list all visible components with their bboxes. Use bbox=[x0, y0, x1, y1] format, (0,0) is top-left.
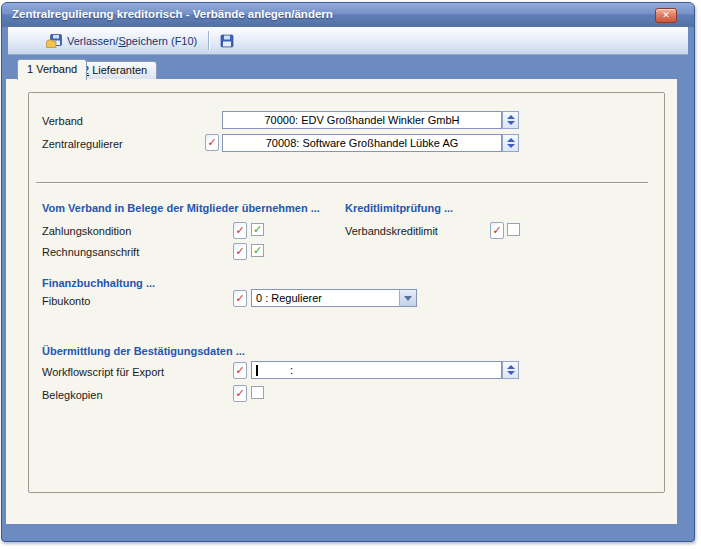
toolbar: Verlassen/Speichern (F10) bbox=[8, 27, 688, 55]
dialog-window: Zentralregulierung kreditorisch - Verbän… bbox=[1, 2, 695, 542]
verbandskreditlimit-checkbox[interactable] bbox=[507, 223, 520, 236]
tab-lieferanten-label: Lieferanten bbox=[89, 64, 147, 76]
spinner-up-icon bbox=[507, 115, 515, 119]
fibukonto-dropdown[interactable]: 0 : Regulierer bbox=[251, 289, 417, 307]
zentralregulierer-combo[interactable]: 70008: Software Großhandel Lübke AG bbox=[222, 134, 502, 152]
workflowscript-label: Workflowscript für Export bbox=[42, 366, 164, 378]
verbandskreditlimit-label: Verbandskreditlimit bbox=[345, 225, 438, 237]
exit-save-button[interactable]: Verlassen/Speichern (F10) bbox=[42, 31, 204, 51]
spinner-up-icon bbox=[507, 138, 515, 142]
close-button[interactable]: ✕ bbox=[655, 8, 677, 23]
window-title: Zentralregulierung kreditorisch - Verbän… bbox=[12, 8, 333, 20]
zahlungskondition-label: Zahlungskondition bbox=[42, 225, 131, 237]
spinner-down-icon bbox=[507, 371, 515, 375]
exit-save-label-accel: S bbox=[118, 35, 125, 47]
content-pane: Verband 70000: EDV Großhandel Winkler Gm… bbox=[6, 79, 677, 524]
exit-save-label: Verlassen/Speichern (F10) bbox=[67, 35, 197, 47]
save-button[interactable] bbox=[215, 31, 239, 51]
verband-spinner[interactable] bbox=[502, 111, 519, 129]
spinner-down-icon bbox=[507, 121, 515, 125]
fibukonto-value: 0 : Regulierer bbox=[256, 291, 398, 306]
exit-save-label-suffix: peichern (F10) bbox=[126, 35, 198, 47]
exit-save-label-prefix: Verlassen/ bbox=[67, 35, 118, 47]
text-caret bbox=[256, 365, 258, 376]
required-edit-icon[interactable]: ✓ bbox=[233, 362, 247, 379]
finanzbuchhaltung-heading: Finanzbuchhaltung ... bbox=[42, 277, 155, 289]
tab-verband-label: 1 Verband bbox=[27, 63, 77, 75]
zentralregulierer-spinner[interactable] bbox=[502, 134, 519, 152]
kreditlimit-heading: Kreditlimitprüfung ... bbox=[345, 202, 453, 214]
separator-line bbox=[36, 182, 648, 184]
belegkopien-checkbox[interactable] bbox=[251, 386, 264, 399]
fibukonto-label: Fibukonto bbox=[42, 295, 90, 307]
save-icon bbox=[219, 33, 235, 49]
zentralregulierer-label: Zentralregulierer bbox=[42, 138, 123, 150]
verband-label: Verband bbox=[42, 115, 83, 127]
workflowscript-value: : bbox=[290, 363, 293, 378]
dropdown-arrow-icon bbox=[404, 296, 412, 301]
spinner-down-icon bbox=[507, 144, 515, 148]
uebernehmen-heading: Vom Verband in Belege der Mitglieder übe… bbox=[42, 202, 320, 214]
zahlungskondition-checkbox[interactable]: ✓ bbox=[251, 223, 264, 236]
required-edit-icon[interactable]: ✓ bbox=[233, 290, 247, 307]
tab-verband[interactable]: 1 Verband bbox=[17, 59, 87, 80]
uebermittlung-heading: Übermittlung der Bestätigungsdaten ... bbox=[42, 345, 245, 357]
required-edit-icon[interactable]: ✓ bbox=[233, 243, 247, 260]
exit-save-icon bbox=[46, 33, 62, 49]
toolbar-separator bbox=[208, 31, 209, 50]
verband-combo[interactable]: 70000: EDV Großhandel Winkler GmbH bbox=[222, 111, 502, 129]
belegkopien-label: Belegkopien bbox=[42, 389, 103, 401]
workflowscript-spinner[interactable] bbox=[502, 361, 519, 379]
title-bar[interactable]: Zentralregulierung kreditorisch - Verbän… bbox=[2, 3, 694, 27]
close-icon: ✕ bbox=[662, 10, 670, 20]
required-edit-icon[interactable]: ✓ bbox=[205, 134, 219, 151]
rechnungsanschrift-checkbox[interactable]: ✓ bbox=[251, 244, 264, 257]
spinner-up-icon bbox=[507, 365, 515, 369]
required-edit-icon[interactable]: ✓ bbox=[490, 222, 504, 239]
rechnungsanschrift-label: Rechnungsanschrift bbox=[42, 246, 139, 258]
fibukonto-dropdown-button[interactable] bbox=[399, 290, 416, 306]
required-edit-icon[interactable]: ✓ bbox=[233, 385, 247, 402]
required-edit-icon[interactable]: ✓ bbox=[233, 222, 247, 239]
workflowscript-input[interactable]: : bbox=[251, 361, 502, 379]
